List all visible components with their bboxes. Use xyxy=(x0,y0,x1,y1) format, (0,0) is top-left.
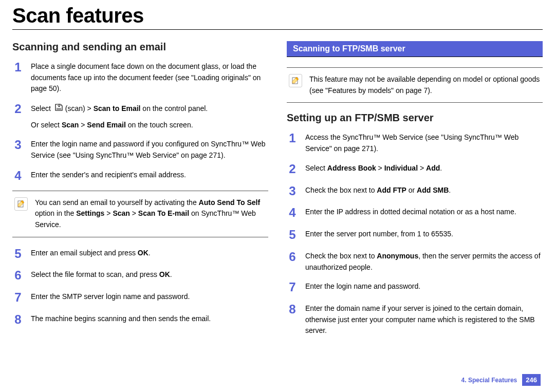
step-item: 2Select Address Book > Individual > Add. xyxy=(287,162,543,177)
step-number: 2 xyxy=(287,162,298,177)
step-item: 6Select the file format to scan, and pre… xyxy=(12,268,268,283)
step-number: 6 xyxy=(287,250,298,265)
step-body: Enter the server port number, from 1 to … xyxy=(305,228,543,240)
right-banner: Scanning to FTP/SMB server xyxy=(287,41,543,57)
left-steps-b: 5Enter an email subject and press OK.6Se… xyxy=(12,247,268,327)
scan-icon xyxy=(54,103,64,116)
step-body: Check the box next to Add FTP or Add SMB… xyxy=(305,184,543,196)
left-steps-a: 1Place a single document face down on th… xyxy=(12,60,268,183)
right-note-text: This feature may not be available depend… xyxy=(309,74,543,96)
left-note-box: You can send an email to yourself by act… xyxy=(12,191,268,237)
step-number: 6 xyxy=(12,268,24,283)
step-item: 3Enter the login name and password if yo… xyxy=(12,138,268,161)
footer-page-number: 246 xyxy=(522,374,541,386)
step-item: 4Enter the IP address in dotted decimal … xyxy=(287,206,543,220)
right-note-box: This feature may not be available depend… xyxy=(287,67,543,103)
step-body: Enter the login name and password if you… xyxy=(31,138,268,161)
step-item: 6Check the box next to Anonymous, then t… xyxy=(287,250,543,273)
step-body: Enter the sender's and recipient's email… xyxy=(31,169,268,181)
step-item: 3Check the box next to Add FTP or Add SM… xyxy=(287,184,543,199)
step-number: 8 xyxy=(287,302,298,317)
step-body: The machine begins scanning and then sen… xyxy=(31,312,268,325)
step-body: Select (scan) > Scan to Email on the con… xyxy=(31,102,268,130)
step-number: 5 xyxy=(12,247,24,262)
step-number: 3 xyxy=(287,184,298,199)
step-number: 7 xyxy=(12,290,24,305)
step-item: 5Enter the server port number, from 1 to… xyxy=(287,228,543,242)
step-body: Place a single document face down on the… xyxy=(31,60,268,95)
right-section-heading: Setting up an FTP/SMB server xyxy=(287,112,543,124)
step-item: 2Select (scan) > Scan to Email on the co… xyxy=(12,102,268,130)
step-number: 3 xyxy=(12,138,24,153)
step-body: Select Address Book > Individual > Add. xyxy=(305,162,543,174)
footer-chapter: 4. Special Features xyxy=(461,377,517,384)
step-number: 7 xyxy=(287,280,298,295)
step-body: Enter the domain name if your server is … xyxy=(305,302,543,337)
step-item: 5Enter an email subject and press OK. xyxy=(12,247,268,262)
step-number: 4 xyxy=(287,206,298,220)
step-number: 2 xyxy=(12,102,24,117)
step-number: 5 xyxy=(287,228,298,242)
step-item: 4Enter the sender's and recipient's emai… xyxy=(12,169,268,183)
step-body: Enter the SMTP server login name and pas… xyxy=(31,290,268,303)
right-steps: 1Access the SyncThru™ Web Service (see "… xyxy=(287,131,543,337)
left-note-text: You can send an email to yourself by act… xyxy=(35,197,268,231)
content-columns: Scanning and sending an email 1Place a s… xyxy=(12,41,543,344)
step-body: Enter the login name and password. xyxy=(305,280,543,292)
step-item: 1Place a single document face down on th… xyxy=(12,60,268,95)
page-title: Scan features xyxy=(12,0,543,30)
step-body: Access the SyncThru™ Web Service (see "U… xyxy=(305,131,543,154)
step-number: 1 xyxy=(12,60,24,75)
step-item: 8The machine begins scanning and then se… xyxy=(12,312,268,327)
note-icon xyxy=(289,74,302,87)
step-body: Check the box next to Anonymous, then th… xyxy=(305,250,543,273)
step-item: 1Access the SyncThru™ Web Service (see "… xyxy=(287,131,543,154)
step-item: 8Enter the domain name if your server is… xyxy=(287,302,543,337)
note-icon xyxy=(14,197,28,211)
left-section-heading: Scanning and sending an email xyxy=(12,41,268,53)
right-column: Scanning to FTP/SMB server This feature … xyxy=(287,41,543,344)
left-column: Scanning and sending an email 1Place a s… xyxy=(12,41,268,344)
step-item: 7Enter the SMTP server login name and pa… xyxy=(12,290,268,305)
step-body: Enter the IP address in dotted decimal n… xyxy=(305,206,543,218)
page-footer: 4. Special Features 246 xyxy=(461,374,541,386)
step-body: Select the file format to scan, and pres… xyxy=(31,268,268,281)
step-item: 7Enter the login name and password. xyxy=(287,280,543,295)
step-body: Enter an email subject and press OK. xyxy=(31,247,268,259)
step-number: 1 xyxy=(287,131,298,146)
step-number: 8 xyxy=(12,312,24,327)
step-number: 4 xyxy=(12,169,24,183)
